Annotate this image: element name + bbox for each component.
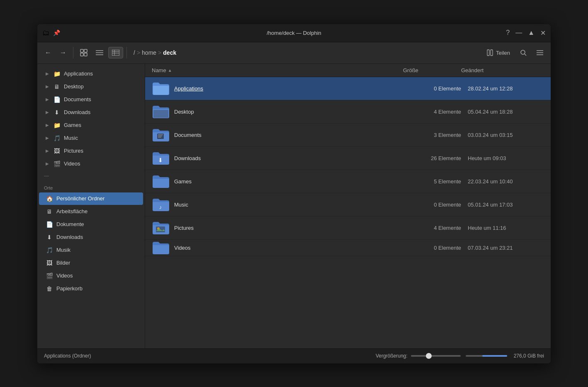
sort-arrow-icon: ▲ bbox=[168, 68, 172, 73]
orte-section-label: Orte bbox=[37, 181, 145, 192]
breadcrumb: / > home > deck bbox=[134, 49, 479, 56]
zoom-slider[interactable] bbox=[411, 355, 507, 357]
minimize-button[interactable]: — bbox=[515, 29, 522, 37]
sidebar-item-applications[interactable]: ▶ 📁 Applications bbox=[39, 68, 143, 80]
file-list: Applications 0 Elemente 28.02.24 um 12:2… bbox=[145, 77, 551, 348]
zoom-label: Vergrößerung: bbox=[376, 353, 408, 359]
header-modified-label: Geändert bbox=[461, 67, 484, 73]
close-button[interactable]: ✕ bbox=[540, 29, 546, 37]
breadcrumb-root[interactable]: / bbox=[134, 49, 135, 56]
sidebar-item-music[interactable]: ▶ 🎵 Music bbox=[39, 132, 143, 144]
sidebar-item-persoenlicher-ordner[interactable]: 🏠 Persönlicher Ordner bbox=[39, 192, 143, 205]
sidebar-item-videos-orte[interactable]: 🎬 Videos bbox=[39, 270, 143, 282]
teilen-button[interactable]: Teilen bbox=[484, 48, 513, 58]
sidebar-item-papierkorb[interactable]: 🗑 Papierkorb bbox=[39, 282, 143, 295]
file-name-cell: Applications bbox=[152, 81, 403, 96]
breadcrumb-sep2: > bbox=[158, 49, 161, 56]
videos-icon: 🎬 bbox=[53, 161, 61, 167]
sidebar-label-games: Games bbox=[64, 122, 81, 128]
sidebar-item-arbeitsflaeche[interactable]: 🖥 Arbeitsfläche bbox=[39, 205, 143, 218]
expand-arrow: ▶ bbox=[46, 71, 49, 76]
toolbar: ← → bbox=[37, 42, 551, 64]
sidebar-item-downloads[interactable]: ▶ ⬇ Downloads bbox=[39, 106, 143, 119]
sidebar-item-games[interactable]: ▶ 📁 Games bbox=[39, 119, 143, 131]
pin-icon[interactable]: 📌 bbox=[53, 29, 60, 36]
svg-rect-19 bbox=[158, 134, 163, 135]
file-name: Pictures bbox=[174, 225, 194, 231]
sidebar-item-musik[interactable]: 🎵 Musik bbox=[39, 244, 143, 256]
svg-rect-11 bbox=[487, 50, 489, 56]
sidebar-label-pictures: Pictures bbox=[64, 148, 83, 154]
breadcrumb-home[interactable]: home bbox=[142, 49, 156, 56]
breadcrumb-sep1: > bbox=[137, 49, 140, 56]
header-modified[interactable]: Geändert bbox=[461, 67, 544, 73]
statusbar-zoom: Vergrößerung: bbox=[376, 353, 507, 359]
toolbar-separator-2 bbox=[126, 47, 127, 58]
help-button[interactable]: ? bbox=[506, 29, 510, 37]
sidebar-item-dokumente[interactable]: 📄 Dokumente bbox=[39, 218, 143, 231]
file-name: Music bbox=[174, 202, 188, 208]
sidebar: ▶ 📁 Applications ▶ 🖥 Desktop ▶ 📄 Documen… bbox=[37, 64, 145, 348]
sidebar-item-videos[interactable]: ▶ 🎬 Videos bbox=[39, 158, 143, 170]
sidebar-item-desktop[interactable]: ▶ 🖥 Desktop bbox=[39, 80, 143, 93]
pictures-icon: 🖼 bbox=[53, 148, 61, 154]
file-size: 4 Elemente bbox=[403, 225, 461, 231]
slider-fill-track bbox=[466, 355, 507, 357]
header-name[interactable]: Name ▲ bbox=[152, 67, 403, 73]
toolbar-right: Teilen bbox=[484, 47, 547, 58]
search-button[interactable] bbox=[517, 47, 530, 58]
folder-icon bbox=[152, 174, 169, 189]
back-button[interactable]: ← bbox=[41, 46, 55, 59]
section-divider: — bbox=[37, 170, 145, 181]
statusbar-info: Applications (Ordner) bbox=[44, 353, 369, 359]
folder-icon: 📁 bbox=[53, 71, 61, 77]
table-row[interactable]: Games 5 Elemente 22.03.24 um 10:40 bbox=[145, 170, 551, 193]
slider-fill bbox=[482, 355, 507, 357]
titlebar: 🗂 📌 /home/deck — Dolphin ? — ▲ ✕ bbox=[37, 24, 551, 42]
view-grid-button[interactable] bbox=[77, 46, 91, 59]
table-row[interactable]: Desktop 4 Elemente 05.04.24 um 18:28 bbox=[145, 100, 551, 124]
header-size[interactable]: Größe bbox=[403, 67, 461, 73]
table-row[interactable]: ♪ Music 0 Elemente 05.01.24 um 17:03 bbox=[145, 193, 551, 217]
file-name: Games bbox=[174, 178, 192, 185]
menu-button[interactable] bbox=[533, 48, 547, 58]
main-window: 🗂 📌 /home/deck — Dolphin ? — ▲ ✕ ← → bbox=[37, 24, 551, 364]
sidebar-label-persoenlicher-ordner: Persönlicher Ordner bbox=[56, 195, 104, 202]
titlebar-controls: ? — ▲ ✕ bbox=[506, 29, 546, 37]
home-icon: 🏠 bbox=[46, 195, 53, 202]
sidebar-item-documents[interactable]: ▶ 📄 Documents bbox=[39, 93, 143, 106]
view-split-button[interactable] bbox=[108, 47, 123, 58]
music-icon: 🎵 bbox=[53, 135, 61, 141]
table-row[interactable]: Pictures 4 Elemente Heute um 11:16 bbox=[145, 217, 551, 240]
games-icon: 📁 bbox=[53, 122, 61, 129]
file-size: 0 Elemente bbox=[403, 245, 461, 251]
desktop-icon: 🖥 bbox=[53, 83, 61, 90]
sidebar-item-downloads-orte[interactable]: ⬇ Downloads bbox=[39, 231, 143, 243]
sidebar-label-musik: Musik bbox=[56, 247, 70, 253]
forward-button[interactable]: → bbox=[56, 46, 70, 59]
svg-rect-7 bbox=[112, 50, 119, 56]
file-name-cell: Desktop bbox=[152, 104, 403, 119]
sidebar-item-pictures[interactable]: ▶ 🖼 Pictures bbox=[39, 145, 143, 157]
slider-thumb[interactable] bbox=[426, 353, 432, 359]
table-row[interactable]: Applications 0 Elemente 28.02.24 um 12:2… bbox=[145, 77, 551, 100]
svg-rect-20 bbox=[158, 136, 162, 136]
maximize-button[interactable]: ▲ bbox=[528, 29, 535, 37]
musik-icon: 🎵 bbox=[46, 247, 53, 253]
table-row[interactable]: Documents 3 Elemente 03.03.24 um 03:15 bbox=[145, 124, 551, 147]
statusbar: Applications (Ordner) Vergrößerung: 276,… bbox=[37, 348, 551, 363]
breadcrumb-current[interactable]: deck bbox=[163, 49, 176, 56]
file-date: 22.03.24 um 10:40 bbox=[461, 178, 544, 185]
expand-arrow: ▶ bbox=[46, 161, 49, 166]
downloads-orte-icon: ⬇ bbox=[46, 234, 53, 241]
view-list-button[interactable] bbox=[92, 47, 107, 58]
window-title: /home/deck — Dolphin bbox=[267, 30, 321, 36]
sidebar-label-downloads: Downloads bbox=[64, 109, 90, 115]
table-row[interactable]: ⬇ Downloads 26 Elemente Heute um 09:03 bbox=[145, 147, 551, 170]
svg-rect-0 bbox=[80, 49, 83, 52]
file-area: Name ▲ Größe Geändert bbox=[145, 64, 551, 348]
file-size: 5 Elemente bbox=[403, 178, 461, 185]
sidebar-item-bilder[interactable]: 🖼 Bilder bbox=[39, 257, 143, 269]
expand-arrow: ▶ bbox=[46, 97, 49, 102]
table-row[interactable]: Videos 0 Elemente 07.03.24 um 23:21 bbox=[145, 240, 551, 256]
